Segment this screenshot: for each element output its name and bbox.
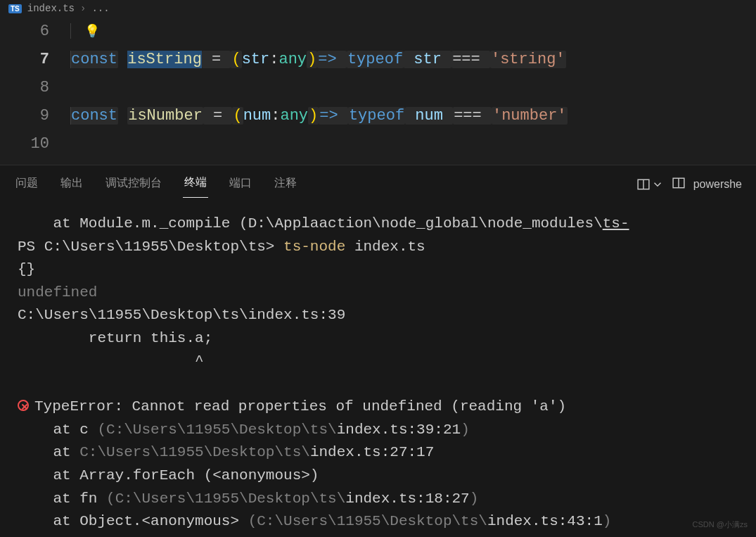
breadcrumb-rest: ... xyxy=(91,3,109,14)
terminal-output[interactable]: at Module.m._compile (D:\Applaaction\nod… xyxy=(0,198,756,537)
error-message: TypeError: Cannot read properties of und… xyxy=(34,398,566,415)
tab-terminal[interactable]: 终端 xyxy=(183,171,208,198)
line-number: 6 xyxy=(0,23,70,40)
code-editor[interactable]: 6 💡 7 const isString = (str:any)=> typeo… xyxy=(0,17,756,165)
lightbulb-icon[interactable]: 💡 xyxy=(84,23,100,39)
split-editor-icon[interactable] xyxy=(637,178,664,191)
breadcrumb[interactable]: TS index.ts › ... xyxy=(0,0,756,17)
panel-tabs: 问题 输出 调试控制台 终端 端口 注释 powershe xyxy=(0,165,756,198)
tab-problems[interactable]: 问题 xyxy=(14,172,39,198)
tab-comments[interactable]: 注释 xyxy=(273,172,298,198)
terminal-shell-label[interactable]: powershe xyxy=(693,178,742,191)
code-line-7[interactable]: const isString = (str:any)=> typeof str … xyxy=(70,51,756,68)
ts-badge-icon: TS xyxy=(8,4,22,13)
error-icon xyxy=(18,400,29,411)
code-line-9[interactable]: const isNumber = (num:any)=> typeof num … xyxy=(70,107,756,125)
breadcrumb-file: index.ts xyxy=(27,3,75,14)
line-number: 10 xyxy=(0,135,70,153)
tab-ports[interactable]: 端口 xyxy=(228,172,253,198)
line-number: 7 xyxy=(0,51,70,68)
tab-debug-console[interactable]: 调试控制台 xyxy=(104,172,163,198)
watermark: CSDN @小满zs xyxy=(693,519,748,530)
tab-output[interactable]: 输出 xyxy=(59,172,84,198)
line-number: 8 xyxy=(0,79,70,96)
chevron-right-icon: › xyxy=(80,3,86,14)
bottom-panel: 问题 输出 调试控制台 终端 端口 注释 powershe at Module.… xyxy=(0,165,756,537)
line-number: 9 xyxy=(0,107,70,125)
split-panel-icon[interactable] xyxy=(672,177,685,192)
